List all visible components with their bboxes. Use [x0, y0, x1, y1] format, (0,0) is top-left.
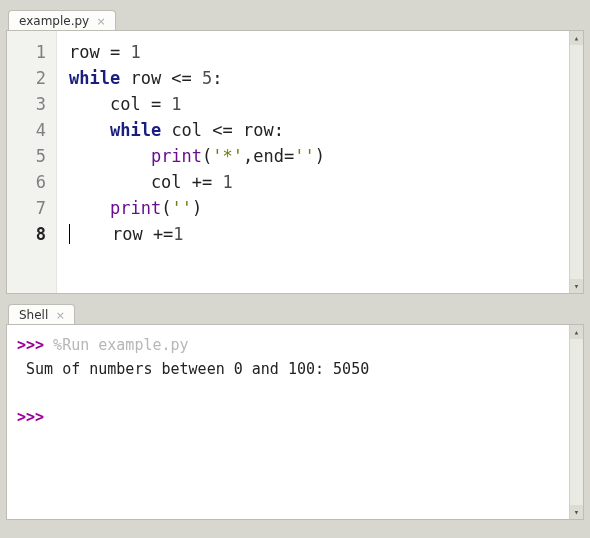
- shell-prompt: >>>: [17, 408, 44, 426]
- code-line: print(''): [69, 195, 325, 221]
- line-number: 8: [7, 221, 46, 247]
- shell-tab[interactable]: Shell ×: [8, 304, 75, 325]
- editor-body: 12345678 row = 1while row <= 5: col = 1 …: [7, 31, 583, 293]
- code-line: print('*',end=''): [69, 143, 325, 169]
- shell-prompt: >>>: [17, 336, 44, 354]
- scroll-down-icon[interactable]: ▾: [570, 505, 583, 519]
- line-number: 6: [7, 169, 46, 195]
- close-icon[interactable]: ×: [54, 309, 66, 321]
- scroll-up-icon[interactable]: ▴: [570, 325, 583, 339]
- line-number: 7: [7, 195, 46, 221]
- text-cursor: [69, 224, 70, 244]
- editor-scrollbar[interactable]: ▴ ▾: [569, 31, 583, 293]
- shell-scrollbar[interactable]: ▴ ▾: [569, 325, 583, 519]
- code-line: while col <= row:: [69, 117, 325, 143]
- shell-run-command: %Run example.py: [44, 336, 189, 354]
- close-icon[interactable]: ×: [95, 15, 107, 27]
- shell-tabbar: Shell ×: [6, 300, 584, 324]
- line-number: 5: [7, 143, 46, 169]
- editor-pane: 12345678 row = 1while row <= 5: col = 1 …: [6, 30, 584, 294]
- line-number: 2: [7, 65, 46, 91]
- editor-tab[interactable]: example.py ×: [8, 10, 116, 31]
- code-area[interactable]: row = 1while row <= 5: col = 1 while col…: [57, 31, 335, 293]
- scroll-up-icon[interactable]: ▴: [570, 31, 583, 45]
- line-gutter: 12345678: [7, 31, 57, 293]
- scroll-down-icon[interactable]: ▾: [570, 279, 583, 293]
- shell-area[interactable]: >>> %Run example.py Sum of numbers betwe…: [7, 325, 583, 437]
- shell-panel: Shell × >>> %Run example.py Sum of numbe…: [6, 300, 584, 520]
- line-number: 1: [7, 39, 46, 65]
- shell-blank-line: [17, 381, 573, 405]
- code-line: col = 1: [69, 91, 325, 117]
- code-line: row = 1: [69, 39, 325, 65]
- editor-panel: example.py × 12345678 row = 1while row <…: [6, 6, 584, 294]
- line-number: 4: [7, 117, 46, 143]
- code-line: col += 1: [69, 169, 325, 195]
- shell-output: Sum of numbers between 0 and 100: 5050: [17, 357, 573, 381]
- shell-tab-label: Shell: [19, 308, 48, 322]
- shell-line: >>>: [17, 405, 573, 429]
- code-line: row +=1: [69, 221, 325, 247]
- shell-pane: >>> %Run example.py Sum of numbers betwe…: [6, 324, 584, 520]
- code-line: while row <= 5:: [69, 65, 325, 91]
- editor-tabbar: example.py ×: [6, 6, 584, 30]
- line-number: 3: [7, 91, 46, 117]
- editor-tab-label: example.py: [19, 14, 89, 28]
- shell-line: >>> %Run example.py: [17, 333, 573, 357]
